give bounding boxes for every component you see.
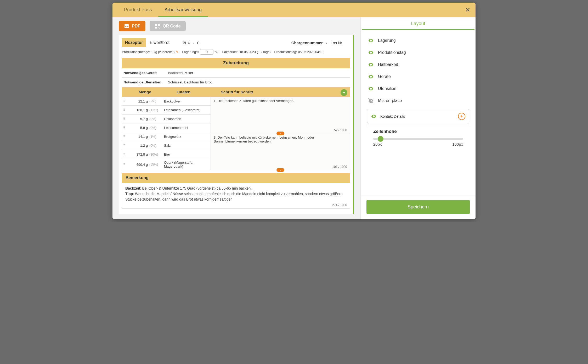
ingredient-percent: (11%) <box>149 108 162 112</box>
ingredient-percent: (30%) <box>149 153 162 156</box>
eye-icon[interactable] <box>368 86 374 92</box>
slider-min: 20px <box>373 142 382 146</box>
step-block[interactable]: 3. Der Teig kann beliebig mit Kürbiskern… <box>211 133 350 170</box>
drag-handle-icon[interactable]: ⠿ <box>123 153 128 156</box>
utensil-row: Notwendige Utensilien: Schüssel, Backfor… <box>122 78 350 87</box>
ingredient-name: Leinsamenmehl <box>162 126 210 130</box>
storage-unit: °C <box>214 50 218 54</box>
col-ingredient: Zutaten <box>176 90 218 94</box>
row-height-label: Zeilenhöhe <box>373 129 463 134</box>
remove-step-button[interactable]: - <box>276 132 284 135</box>
ingredient-row[interactable]: ⠿5,8 g(0%)Leinsamenmehl <box>122 123 211 132</box>
storage-input[interactable] <box>200 49 213 55</box>
col-step: Schritt für Schritt <box>218 90 348 94</box>
svg-rect-4 <box>155 27 157 29</box>
qr-button[interactable]: QR Code <box>150 21 186 31</box>
eye-icon[interactable] <box>371 113 377 119</box>
tab-produkt-pass[interactable]: Produkt Pass <box>118 3 158 17</box>
ingredient-name: Salz <box>162 144 210 147</box>
close-button[interactable]: ✕ <box>465 6 470 14</box>
remove-step-button[interactable]: - <box>276 168 284 172</box>
add-contact-button[interactable]: + <box>458 113 465 120</box>
svg-rect-6 <box>159 28 160 29</box>
layout-toggle-item[interactable]: Produktionstag <box>367 47 469 59</box>
ingredient-amount: 138,1 g <box>128 108 149 112</box>
ingredient-amount: 22,1 g <box>128 99 149 103</box>
chevron-down-icon[interactable]: ⌄ <box>193 41 195 44</box>
layout-tab[interactable]: Layout <box>362 17 474 30</box>
step-block[interactable]: 1. Die trockenen Zutaten gut miteinander… <box>211 97 350 133</box>
ingredient-row[interactable]: ⠿14,1 g(1%)Brotgewürz <box>122 132 211 141</box>
ingredient-row[interactable]: ⠿1,2 g(0%)Salz <box>122 141 211 150</box>
ingredient-row[interactable]: ⠿5,7 g(0%)Chiasamen <box>122 115 211 123</box>
layout-toggle-item[interactable]: Mis-en-place <box>367 95 469 107</box>
layout-toggle-item[interactable]: Haltbarkeit <box>367 59 469 71</box>
recipe-name: Eiweißbrot <box>150 40 169 45</box>
contact-details-box: Kontakt Details + <box>367 109 469 124</box>
prodday-block: Produktionstag: 05.06.2023 04:19 <box>274 50 324 54</box>
remark-counter: 274 / 1000 <box>332 203 347 207</box>
drag-handle-icon[interactable]: ⠿ <box>123 100 128 103</box>
row-height-section: Zeilenhöhe 20px 100px <box>367 126 469 146</box>
layout-toggle-item[interactable]: Utensilien <box>367 83 469 95</box>
ingredient-row[interactable]: ⠿372,8 g(30%)Eier <box>122 150 211 159</box>
pdf-button[interactable]: PDF PDF <box>119 21 145 31</box>
device-label: Notwendiges Gerät: <box>123 71 168 75</box>
edit-amount-icon[interactable]: ✎ <box>176 50 179 54</box>
charge-label: Chargennummer <box>291 41 323 45</box>
pdf-label: PDF <box>132 24 140 29</box>
drag-handle-icon[interactable]: ⠿ <box>123 135 128 138</box>
eye-icon[interactable] <box>368 62 374 67</box>
ingredient-percent: (0%) <box>149 126 162 130</box>
recipe-label: Rezeptur <box>122 38 146 47</box>
pdf-icon: PDF <box>124 24 129 29</box>
slider-thumb[interactable] <box>378 136 383 142</box>
ingredient-percent: (2%) <box>149 99 162 103</box>
slider-max: 100px <box>452 142 463 146</box>
drag-handle-icon[interactable]: ⠿ <box>123 126 128 129</box>
row-height-slider[interactable] <box>373 138 463 140</box>
step-text: 1. Die trockenen Zutaten gut miteinander… <box>214 99 347 103</box>
plu-group: PLU ⌄ 0 <box>183 41 199 45</box>
qr-label: QR Code <box>163 24 180 29</box>
contact-label: Kontakt Details <box>380 114 405 118</box>
ingredient-table-header: Menge Zutaten Schritt für Schritt + <box>122 87 350 97</box>
layout-item-label: Utensilien <box>378 86 396 91</box>
ingredient-name: Eier <box>162 152 210 156</box>
eye-off-icon[interactable] <box>368 98 374 104</box>
save-button[interactable]: Speichern <box>366 200 470 214</box>
slider-range: 20px 100px <box>373 142 463 146</box>
drag-handle-icon[interactable]: ⠿ <box>123 163 128 166</box>
tab-header: Produkt Pass Arbeitsanweisung ✕ <box>112 3 476 17</box>
ingredient-name: Quark (Magerstufe, Magerquark) <box>162 161 210 168</box>
layout-toggle-item[interactable]: Lagerung <box>367 35 469 47</box>
ingredient-row[interactable]: ⠿690,4 g(55%)Quark (Magerstufe, Magerqua… <box>122 159 211 170</box>
utensil-value: Schüssel, Backform für Brot <box>168 80 212 84</box>
ingredient-row[interactable]: ⠿22,1 g(2%)Backpulver <box>122 97 211 106</box>
save-area: Speichern <box>361 196 476 219</box>
layout-toggle-item[interactable]: Geräte <box>367 71 469 83</box>
right-pane: Layout LagerungProduktionstagHaltbarkeit… <box>360 17 476 219</box>
meta-row: Produktionsmenge: 1 kg (zubereitet) ✎ La… <box>122 48 350 57</box>
drag-handle-icon[interactable]: ⠿ <box>123 117 128 121</box>
toolbar: PDF PDF QR Code <box>112 17 360 35</box>
eye-icon[interactable] <box>368 38 374 43</box>
ingredient-amount: 690,4 g <box>128 163 149 167</box>
drag-handle-icon[interactable]: ⠿ <box>123 108 128 112</box>
remark-box[interactable]: Backzeit: Bei Ober- & Unterhitze 175 Gra… <box>122 183 350 209</box>
tab-arbeitsanweisung[interactable]: Arbeitsanweisung <box>158 3 208 17</box>
ingredient-name: Leinsamen (Geschrotet) <box>162 108 210 112</box>
svg-text:PDF: PDF <box>125 26 129 27</box>
svg-rect-5 <box>158 27 159 27</box>
tipp-text: : Wenn ihr die Mandeln/ Nüsse selbst mah… <box>125 192 343 201</box>
step-counter: 101 / 1000 <box>332 165 347 169</box>
ingredient-row[interactable]: ⠿138,1 g(11%)Leinsamen (Geschrotet) <box>122 106 211 115</box>
eye-icon[interactable] <box>368 50 374 55</box>
layout-item-label: Produktionstag <box>378 50 406 55</box>
drag-handle-icon[interactable]: ⠿ <box>123 144 128 147</box>
add-step-button[interactable]: + <box>341 89 347 96</box>
qr-icon <box>155 24 160 29</box>
chevron-down-icon[interactable]: ⌄ <box>325 41 328 44</box>
eye-icon[interactable] <box>368 74 374 79</box>
plus-icon: + <box>343 90 346 95</box>
